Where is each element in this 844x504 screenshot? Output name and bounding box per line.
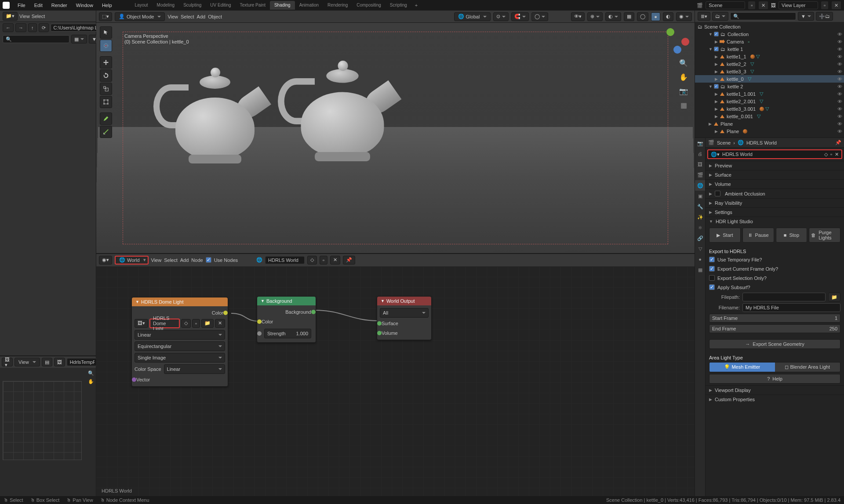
use-nodes-checkbox[interactable]: ✓Use Nodes (206, 256, 238, 264)
export-geometry-button[interactable]: →Export Scene Geometry (709, 339, 840, 349)
visibility-icon[interactable]: 👁▾ (571, 12, 585, 21)
filebrowser-type-icon[interactable]: 📁▾ (3, 12, 18, 21)
tree-root[interactable]: 🗂Scene Collection (695, 23, 844, 30)
target-dropdown[interactable]: All (380, 308, 429, 318)
open-image-icon[interactable]: 📁 (201, 319, 214, 328)
overlay-dropdown[interactable]: ◐ (605, 12, 621, 21)
tree-row-kettle2-2[interactable]: ▶kettle2_2 ▽👁 (695, 60, 844, 68)
world-new-button[interactable]: ▫ (320, 256, 327, 265)
menu-render[interactable]: Render (48, 1, 71, 9)
filepath-input[interactable] (742, 293, 826, 301)
tab-modifiers[interactable]: 🔧 (695, 201, 705, 212)
curr-frame-checkbox[interactable]: ✓Export Current Frame Only? (709, 265, 840, 272)
socket-color-out[interactable]: Color (135, 309, 225, 317)
tab-rendering[interactable]: Rendering (323, 1, 352, 10)
axis-z-icon[interactable] (673, 46, 681, 54)
tree-row-kettle3-3[interactable]: ▶kettle3_3 ▽👁 (695, 68, 844, 75)
outliner-type-icon[interactable]: ≣▾ (698, 12, 710, 21)
scene-close-button[interactable]: ✕ (758, 1, 768, 10)
source-dropdown[interactable]: Single Image (135, 353, 225, 363)
node-dome-light[interactable]: ▼HDRLS Dome Light Color 🖼▾ HDRLS Dome Li… (131, 297, 228, 387)
tab-uv[interactable]: UV Editing (206, 1, 235, 10)
tab-layout[interactable]: Layout (131, 1, 153, 10)
eye-icon[interactable]: 👁 (837, 54, 842, 59)
node-background[interactable]: ▼Background Background Color Strength1.0… (257, 296, 316, 343)
tab-sculpting[interactable]: Sculpting (179, 1, 206, 10)
new-image-icon[interactable]: ▫ (192, 319, 200, 328)
ne-node-menu[interactable]: Node (191, 257, 203, 263)
stop-button[interactable]: ■Stop (776, 228, 808, 243)
fb-search-input[interactable] (3, 35, 69, 43)
outliner-display-mode[interactable]: 🗂 (712, 12, 728, 21)
tree-row-kettle1-1-001[interactable]: ▶kettle1_1.001 ▽👁 (695, 90, 844, 98)
panel-head-viewport-display[interactable]: ▶Viewport Display (706, 386, 844, 395)
unlink-icon[interactable]: ✕ (835, 152, 839, 157)
axis-y-icon[interactable] (666, 28, 674, 36)
viewlayer-name-field[interactable] (779, 1, 818, 9)
pin-icon[interactable]: 📌 (835, 140, 841, 145)
image-name-field[interactable]: HDRLS Dome Light (149, 319, 180, 328)
eye-icon[interactable]: 👁 (837, 62, 842, 67)
image-zoom-icon[interactable]: 🔍 (88, 370, 94, 376)
eye-icon[interactable]: 👁 (837, 76, 842, 82)
menu-window[interactable]: Window (73, 1, 97, 9)
vp-view-menu[interactable]: View (167, 14, 178, 19)
vp-select-menu[interactable]: Select (181, 14, 194, 19)
new-icon[interactable]: ▫ (830, 152, 832, 157)
image-channels-icon[interactable]: ▤ (42, 358, 52, 366)
shade-wire[interactable]: ◯ (637, 12, 648, 21)
nav-gizmo[interactable] (663, 28, 689, 54)
start-frame-field[interactable]: Start Frame1 (709, 314, 840, 323)
panel-head-surface[interactable]: ▶Surface (706, 170, 844, 179)
image-browse-icon[interactable]: 🖼▾ (135, 319, 148, 328)
fb-view-menu[interactable]: View (19, 14, 30, 19)
pin-icon[interactable]: 📌 (343, 256, 355, 265)
tab-output[interactable]: 🖨 (695, 149, 705, 159)
interpolation-dropdown[interactable]: Linear (135, 330, 225, 340)
panel-head-volume[interactable]: ▶Volume (706, 180, 844, 189)
eye-icon[interactable]: 👁 (837, 91, 842, 97)
tab-scripting[interactable]: Scripting (386, 1, 411, 10)
tree-row-kettle-2[interactable]: ▼✓🗂kettle 2 👁 (695, 83, 844, 90)
tab-viewlayer[interactable]: 🖼 (695, 159, 705, 170)
eye-icon[interactable]: 👁 (837, 84, 842, 89)
add-workspace-button[interactable]: + (411, 1, 421, 10)
vp-add-menu[interactable]: Add (197, 14, 206, 19)
xray-toggle[interactable]: ▦ (624, 12, 634, 21)
scene-name-field[interactable] (706, 1, 745, 9)
panel-head-ambient-occlusion[interactable]: ▶Ambient Occlusion (706, 189, 844, 198)
tree-row-kettle-1[interactable]: ▼✓🗂kettle 1 👁 (695, 45, 844, 53)
fb-back-button[interactable]: ← (3, 23, 14, 32)
filename-input[interactable]: My HDRLS File (742, 303, 840, 312)
fb-select-menu[interactable]: Select (32, 14, 45, 19)
tab-animation[interactable]: Animation (295, 1, 323, 10)
eye-icon[interactable]: 👁 (837, 47, 842, 52)
image-link-icon[interactable]: 🖼 (54, 358, 65, 366)
socket-vector-in[interactable]: Vector (135, 376, 225, 384)
fb-display-mode[interactable]: ▦ (71, 35, 87, 44)
tree-row-camera[interactable]: ▶Camera ▫👁 (695, 38, 844, 45)
projection-dropdown[interactable]: Equirectangular (135, 341, 225, 351)
eye-icon[interactable]: 👁 (837, 121, 842, 127)
image-name-field[interactable] (67, 358, 98, 366)
browse-folder-icon[interactable]: 📁 (828, 293, 840, 301)
tab-physics[interactable]: ⚛ (695, 222, 705, 233)
outliner-search[interactable] (730, 12, 796, 20)
tool-transform[interactable] (100, 96, 112, 108)
tab-render[interactable]: 📷 (695, 138, 705, 149)
tab-texpaint[interactable]: Texture Paint (236, 1, 270, 10)
viewlayer-close-button[interactable]: ✕ (831, 1, 841, 10)
tool-rotate[interactable] (100, 69, 112, 82)
tab-data[interactable]: ▽ (695, 243, 705, 254)
tree-row-kettle3-3-001[interactable]: ▶kettle3_3.001 ▽👁 (695, 105, 844, 112)
tree-row-plane[interactable]: ▶Plane 👁 (695, 120, 844, 127)
camera-icon[interactable]: 📷 (679, 86, 688, 96)
world-unlink-button[interactable]: ✕ (330, 256, 340, 265)
tool-annotate[interactable] (100, 112, 112, 125)
tab-particles[interactable]: ✨ (695, 212, 705, 222)
shade-rendered[interactable]: ◉ (676, 12, 692, 21)
viewport-type-icon[interactable]: ⬚▾ (99, 12, 112, 21)
tree-row-kettle1-1[interactable]: ▶kettle1_1 ▽👁 (695, 53, 844, 60)
tab-shading[interactable]: Shading (270, 1, 295, 10)
vp-object-menu[interactable]: Object (208, 14, 222, 19)
